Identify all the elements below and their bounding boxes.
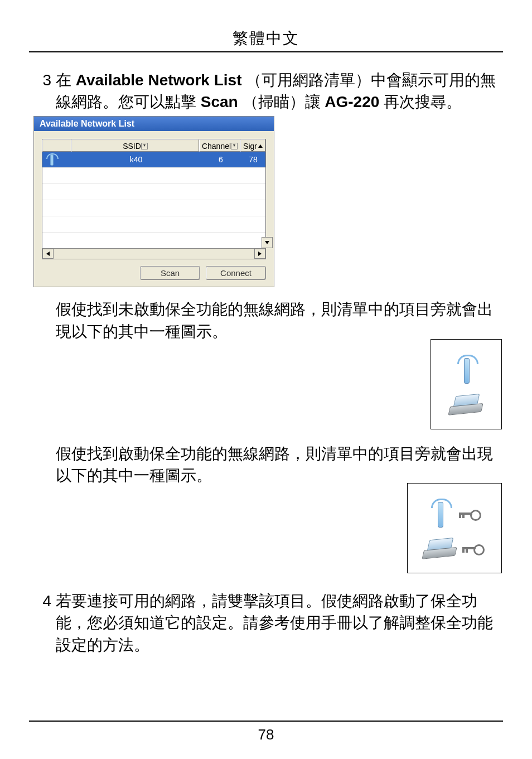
network-row-empty	[42, 200, 265, 216]
step3-post: 再次搜尋。	[384, 93, 462, 110]
step3-bold2: Scan	[201, 93, 238, 110]
step3-bold1: Available Network List	[76, 71, 242, 89]
scroll-down-button[interactable]	[262, 237, 273, 248]
network-row-channel: 6	[201, 152, 241, 167]
step3-number: 3	[29, 69, 56, 91]
step3-bold3: AG-220	[325, 93, 379, 110]
horizontal-scrollbar[interactable]	[42, 248, 265, 259]
secured-icons-box	[407, 483, 502, 573]
step3-mid2: （掃瞄）讓	[243, 93, 325, 110]
ap-tower-icon	[45, 153, 58, 166]
page-header: 繁體中文	[29, 28, 503, 52]
arrow-down-icon	[265, 241, 269, 244]
ap-tower-icon	[428, 499, 452, 529]
ap-tower-icon	[454, 355, 478, 385]
unsecured-icons-box	[431, 339, 502, 429]
scroll-right-button[interactable]	[254, 249, 265, 259]
sort-asc-icon[interactable]	[258, 144, 263, 148]
dropdown-icon[interactable]: ▾	[141, 143, 148, 149]
paragraph-unsecured: 假使找到未啟動保全功能的無線網路，則清單中的項目旁就會出現以下的其中一種圖示。	[56, 298, 502, 342]
network-row-empty	[42, 232, 265, 248]
laptop-icon	[448, 393, 484, 415]
network-row-empty	[42, 167, 265, 183]
col-header-icon[interactable]	[42, 139, 71, 152]
network-row-empty	[42, 183, 265, 200]
scan-button[interactable]: Scan	[140, 266, 200, 280]
col-header-channel[interactable]: Channel ▾	[199, 139, 240, 152]
step4-number: 4	[29, 590, 56, 612]
scroll-track[interactable]	[54, 249, 254, 258]
col-header-signal[interactable]: Sigr	[240, 139, 265, 152]
available-network-panel: Available Network List SSID ▾ Channel ▾ …	[33, 116, 274, 287]
network-row-signal: 78	[241, 152, 265, 167]
arrow-left-icon	[46, 252, 50, 256]
network-row-selected[interactable]: k40 6 78	[42, 152, 265, 167]
panel-title: Available Network List	[34, 117, 274, 131]
key-icon	[459, 509, 481, 519]
laptop-icon	[422, 537, 458, 559]
step3-text: 在 Available Network List （可用網路清單）中會顯示可用的…	[56, 69, 503, 113]
network-row-ssid: k40	[71, 152, 201, 167]
dropdown-icon[interactable]: ▾	[231, 143, 238, 149]
col-header-ssid[interactable]: SSID ▾	[71, 139, 199, 152]
step4-text: 若要連接可用的網路，請雙擊該項目。假使網路啟動了保全功能，您必須知道它的設定。請…	[56, 590, 503, 656]
connect-button[interactable]: Connect	[206, 266, 266, 280]
col-header-ssid-label: SSID	[123, 142, 141, 151]
col-header-channel-label: Channel	[202, 142, 231, 151]
scroll-left-button[interactable]	[42, 249, 54, 259]
page-number: 78	[29, 721, 503, 743]
network-list[interactable]: SSID ▾ Channel ▾ Sigr k40 6	[42, 139, 266, 259]
arrow-right-icon	[258, 252, 262, 256]
paragraph-secured: 假使找到啟動保全功能的無線網路，則清單中的項目旁就會出現以下的其中一種圖示。	[56, 443, 502, 486]
network-row-empty	[42, 216, 265, 232]
col-header-signal-label: Sigr	[243, 142, 257, 151]
key-icon	[462, 543, 485, 553]
step3-pre: 在	[56, 71, 76, 89]
